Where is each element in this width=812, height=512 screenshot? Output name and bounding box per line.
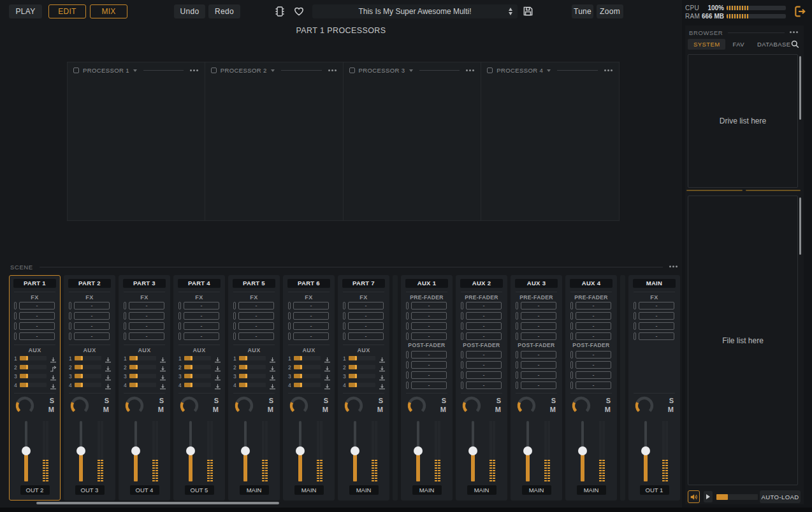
- aux-send-level-slider[interactable]: [20, 365, 47, 369]
- aux-send-level-slider[interactable]: [239, 374, 266, 378]
- channel-strip-aux-1[interactable]: AUX 1PRE-FADER----POST-FADER----SMMAIN: [401, 275, 453, 501]
- slot-enable-led[interactable]: [124, 302, 126, 309]
- channel-strip-aux-3[interactable]: AUX 3PRE-FADER----POST-FADER----SMMAIN: [511, 275, 562, 501]
- preview-volume-slider[interactable]: [716, 494, 758, 500]
- pan-knob[interactable]: [634, 396, 655, 415]
- processor-enable-checkbox[interactable]: [487, 68, 493, 73]
- aux-send-level-slider[interactable]: [184, 374, 211, 378]
- slot-enable-led[interactable]: [406, 371, 409, 379]
- channel-name[interactable]: PART 3: [123, 279, 166, 288]
- fx-slot[interactable]: -: [293, 302, 329, 309]
- tab-fav[interactable]: FAV: [727, 39, 750, 50]
- aux-send-level-slider[interactable]: [349, 383, 375, 387]
- slot-enable-led[interactable]: [69, 312, 71, 320]
- output-routing[interactable]: OUT 1: [640, 485, 669, 495]
- pre-fader-slot[interactable]: -: [521, 322, 556, 330]
- channel-strip-part-3[interactable]: PART 3FX----AUX1234SMOUT 4: [119, 275, 170, 501]
- pre-fader-slot[interactable]: -: [521, 312, 556, 320]
- aux-send-level-slider[interactable]: [20, 356, 47, 360]
- processor-enable-checkbox[interactable]: [211, 68, 217, 73]
- post-fader-slot[interactable]: -: [466, 361, 502, 369]
- channel-strip-part-6[interactable]: PART 6FX----AUX1234SMMAIN: [283, 275, 335, 501]
- solo-button[interactable]: S: [159, 397, 164, 404]
- aux-send-level-slider[interactable]: [294, 356, 321, 360]
- tune-button[interactable]: Tune: [572, 4, 593, 18]
- slot-enable-led[interactable]: [570, 351, 573, 359]
- chip-icon[interactable]: [274, 5, 286, 18]
- pre-fader-slot[interactable]: -: [466, 322, 502, 330]
- slot-enable-led[interactable]: [124, 312, 126, 320]
- preview-play-button[interactable]: [704, 491, 713, 502]
- file-list-scrollbar[interactable]: [799, 197, 801, 255]
- channel-strip-aux-4[interactable]: AUX 4PRE-FADER----POST-FADER----SMMAIN: [565, 275, 617, 501]
- post-fader-slot[interactable]: -: [411, 361, 447, 369]
- post-fader-icon[interactable]: [214, 381, 221, 393]
- fader-handle[interactable]: [641, 446, 650, 455]
- mute-button[interactable]: M: [103, 406, 109, 413]
- slot-enable-led[interactable]: [406, 332, 409, 340]
- fader-handle[interactable]: [76, 446, 85, 455]
- solo-button[interactable]: S: [50, 397, 54, 404]
- fader-handle[interactable]: [186, 446, 195, 455]
- slot-enable-led[interactable]: [516, 332, 518, 340]
- slot-enable-led[interactable]: [14, 302, 17, 309]
- processor-panel-3[interactable]: PROCESSOR 3: [343, 62, 482, 221]
- mute-button[interactable]: M: [495, 406, 501, 413]
- fader-handle[interactable]: [241, 446, 250, 455]
- aux-send-level-slider[interactable]: [239, 365, 266, 369]
- aux-send-level-slider[interactable]: [75, 383, 101, 387]
- slot-enable-led[interactable]: [461, 302, 463, 309]
- pre-fader-slot[interactable]: -: [576, 322, 611, 330]
- zoom-button[interactable]: Zoom: [597, 4, 623, 18]
- processor-enable-checkbox[interactable]: [73, 68, 79, 73]
- chevron-down-icon[interactable]: [409, 69, 413, 72]
- channel-name[interactable]: MAIN: [633, 279, 676, 288]
- fx-slot[interactable]: -: [639, 322, 674, 330]
- pan-knob[interactable]: [234, 396, 254, 415]
- post-fader-slot[interactable]: -: [521, 371, 556, 379]
- horizontal-scrollbar[interactable]: [36, 502, 279, 504]
- fader-handle[interactable]: [22, 446, 31, 455]
- favorite-heart-icon[interactable]: [293, 6, 305, 17]
- aux-send-level-slider[interactable]: [239, 383, 266, 387]
- slot-enable-led[interactable]: [406, 312, 409, 320]
- pre-fader-slot[interactable]: -: [576, 302, 611, 309]
- fx-slot[interactable]: -: [19, 302, 55, 309]
- solo-button[interactable]: S: [606, 397, 611, 404]
- aux-send-level-slider[interactable]: [75, 356, 101, 360]
- output-routing[interactable]: MAIN: [294, 485, 324, 495]
- slot-enable-led[interactable]: [178, 332, 181, 340]
- fx-slot[interactable]: -: [74, 302, 110, 309]
- fader-handle[interactable]: [351, 446, 359, 455]
- post-fader-icon[interactable]: [50, 381, 57, 393]
- post-fader-icon[interactable]: [105, 381, 112, 393]
- slot-enable-led[interactable]: [406, 322, 409, 330]
- pan-knob[interactable]: [516, 396, 537, 415]
- slot-enable-led[interactable]: [343, 302, 345, 309]
- pre-fader-slot[interactable]: -: [576, 332, 611, 340]
- pan-knob[interactable]: [124, 396, 145, 415]
- slot-enable-led[interactable]: [461, 322, 463, 330]
- fx-slot[interactable]: -: [639, 312, 674, 320]
- slot-enable-led[interactable]: [69, 322, 71, 330]
- fx-slot[interactable]: -: [184, 322, 219, 330]
- slot-enable-led[interactable]: [516, 302, 518, 309]
- post-fader-slot[interactable]: -: [521, 381, 556, 389]
- fx-slot[interactable]: -: [129, 312, 164, 320]
- solo-button[interactable]: S: [442, 397, 446, 404]
- tab-system[interactable]: SYSTEM: [688, 39, 725, 50]
- slot-enable-led[interactable]: [516, 351, 518, 359]
- solo-button[interactable]: S: [214, 397, 219, 404]
- solo-button[interactable]: S: [324, 397, 328, 404]
- channel-name[interactable]: AUX 3: [515, 279, 558, 288]
- pre-fader-slot[interactable]: -: [521, 302, 556, 309]
- fader-handle[interactable]: [131, 446, 140, 455]
- fader-handle[interactable]: [414, 446, 423, 455]
- slot-enable-led[interactable]: [516, 322, 518, 330]
- fx-slot[interactable]: -: [348, 302, 384, 309]
- post-fader-slot[interactable]: -: [411, 381, 447, 389]
- fx-slot[interactable]: -: [293, 322, 329, 330]
- output-routing[interactable]: MAIN: [467, 485, 497, 495]
- aux-send-level-slider[interactable]: [20, 383, 47, 387]
- slot-enable-led[interactable]: [570, 361, 573, 369]
